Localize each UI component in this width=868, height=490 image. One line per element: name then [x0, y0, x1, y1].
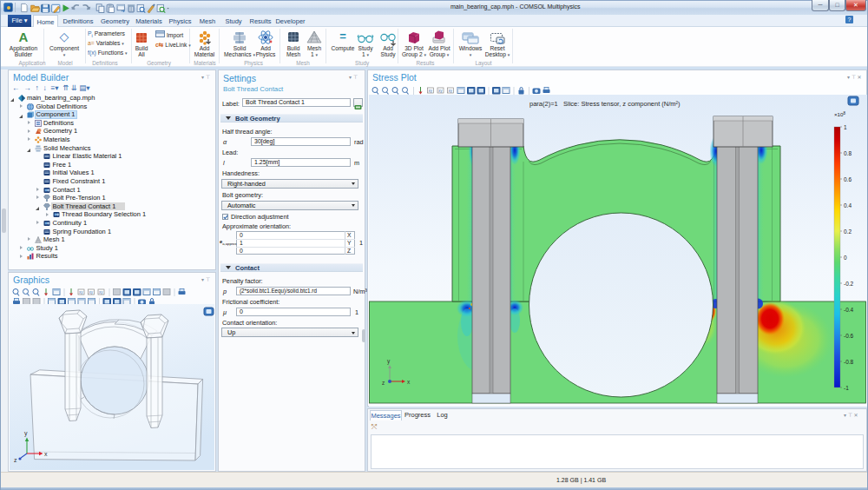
svg-text:-0.8: -0.8 [844, 359, 854, 365]
svg-text:xy: xy [429, 89, 433, 93]
svg-text:0.2: 0.2 [844, 228, 852, 235]
svg-text:1: 1 [844, 124, 847, 130]
svg-text:0.6: 0.6 [844, 176, 852, 182]
svg-text:0.8: 0.8 [844, 150, 852, 156]
svg-text:0.4: 0.4 [844, 202, 852, 209]
svg-text:y: y [24, 430, 28, 437]
svg-text:z: z [14, 457, 17, 463]
svg-text:-0.6: -0.6 [844, 333, 854, 339]
svg-text:para(2)=1 Slice: Stress tens: para(2)=1 Slice: Stress tensor, z compon… [529, 100, 681, 108]
svg-text:xy: xy [449, 89, 453, 93]
svg-text:-1: -1 [844, 385, 849, 391]
svg-text:x: x [44, 451, 48, 457]
svg-text:-0.2: -0.2 [844, 281, 854, 287]
svg-text:z: z [382, 380, 385, 386]
svg-text:0: 0 [844, 255, 847, 261]
svg-text:-0.4: -0.4 [844, 307, 854, 313]
svg-text:xy: xy [438, 89, 443, 93]
